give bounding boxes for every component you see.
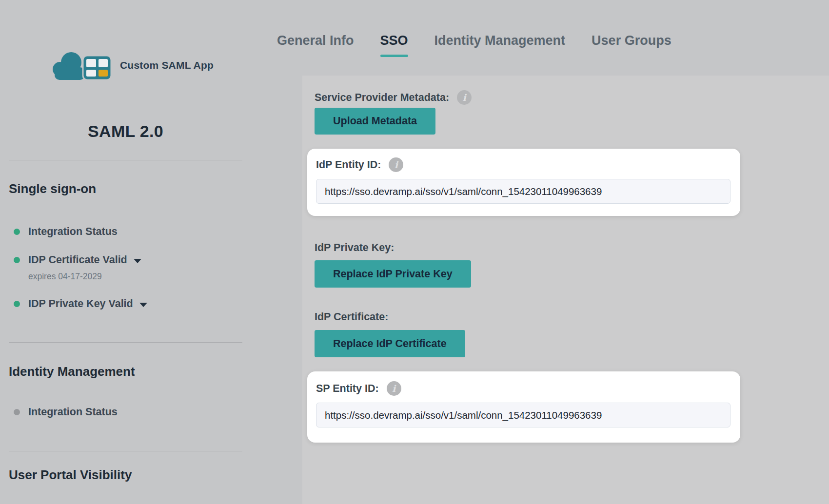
status-dot-green-icon xyxy=(14,301,20,307)
tab-bar: General Info SSO Identity Management Use… xyxy=(277,33,671,57)
sidebar-divider xyxy=(9,451,242,451)
sidebar-item-integration-status: Integration Status xyxy=(9,225,118,238)
sidebar-item-idp-private-key-valid[interactable]: IDP Private Key Valid xyxy=(9,297,147,310)
sp-entity-id-input[interactable] xyxy=(316,403,730,427)
sidebar-item-idp-certificate-valid[interactable]: IDP Certificate Valid xyxy=(9,253,141,267)
sidebar-section-single-sign-on: Single sign-on xyxy=(9,181,96,196)
caret-down-icon[interactable] xyxy=(134,259,141,263)
upload-metadata-button[interactable]: Upload Metadata xyxy=(315,108,435,135)
idp-entity-id-label: IdP Entity ID: i xyxy=(316,157,403,172)
active-tab-underline xyxy=(380,55,408,57)
certificate-expiry-text: expires 04-17-2029 xyxy=(28,271,102,282)
sp-entity-id-label: SP Entity ID: i xyxy=(316,381,401,396)
sidebar-divider xyxy=(9,160,242,160)
tab-user-groups[interactable]: User Groups xyxy=(592,33,671,48)
app-name: Custom SAML App xyxy=(120,59,214,71)
app-logo: Custom SAML App xyxy=(51,50,214,81)
saml-app-settings-page: Custom SAML App SAML 2.0 Single sign-on … xyxy=(0,0,829,504)
replace-idp-private-key-button[interactable]: Replace IdP Private Key xyxy=(315,260,471,288)
status-dot-green-icon xyxy=(14,229,20,235)
protocol-title: SAML 2.0 xyxy=(9,122,242,141)
info-icon[interactable]: i xyxy=(389,157,403,172)
replace-idp-certificate-button[interactable]: Replace IdP Certificate xyxy=(315,330,465,357)
sso-settings-panel: Service Provider Metadata: i Upload Meta… xyxy=(302,76,829,504)
tab-sso[interactable]: SSO xyxy=(380,33,408,57)
tab-identity-management[interactable]: Identity Management xyxy=(434,33,566,48)
idp-certificate-label: IdP Certificate: xyxy=(315,311,388,323)
sidebar-section-identity-management: Identity Management xyxy=(9,364,135,379)
status-dot-green-icon xyxy=(14,257,20,263)
cloud-grid-logo-icon xyxy=(51,50,115,81)
info-icon[interactable]: i xyxy=(457,90,472,105)
idp-entity-id-input[interactable] xyxy=(316,179,730,204)
sp-entity-id-card: SP Entity ID: i xyxy=(307,371,740,443)
caret-down-icon[interactable] xyxy=(139,303,147,307)
sidebar-section-user-portal-visibility: User Portal Visibility xyxy=(9,467,132,483)
sidebar-divider xyxy=(9,342,242,343)
sidebar-item-idm-integration-status: Integration Status xyxy=(9,405,118,419)
info-icon[interactable]: i xyxy=(387,381,401,396)
idp-private-key-label: IdP Private Key: xyxy=(315,242,394,254)
idp-entity-id-card: IdP Entity ID: i xyxy=(307,149,740,216)
service-provider-metadata-label: Service Provider Metadata: i xyxy=(315,90,472,105)
status-dot-gray-icon xyxy=(14,409,20,415)
tab-general-info[interactable]: General Info xyxy=(277,33,354,48)
